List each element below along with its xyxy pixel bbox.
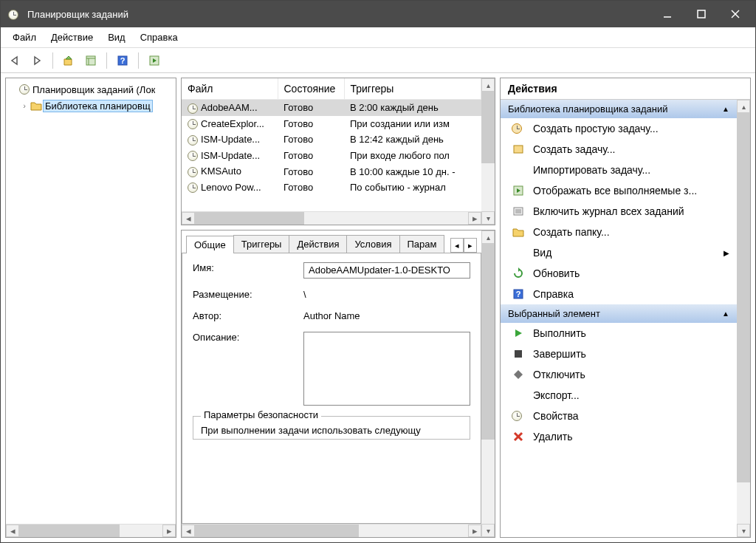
action-end[interactable]: Завершить	[501, 344, 737, 364]
table-row[interactable]: AdobeAAM...ГотовоВ 2:00 каждый день	[182, 100, 481, 116]
menu-help[interactable]: Справка	[133, 30, 185, 44]
menu-view[interactable]: Вид	[100, 30, 133, 44]
tab-actions[interactable]: Действия	[289, 235, 347, 253]
action-refresh[interactable]: Обновить	[501, 263, 737, 284]
tab-nav: ◂ ▸	[450, 238, 477, 253]
scroll-up-icon[interactable]: ▴	[737, 100, 750, 113]
action-disable[interactable]: Отключить	[501, 364, 737, 385]
properties-button[interactable]	[81, 51, 100, 70]
svg-rect-10	[514, 146, 523, 153]
clock-icon	[188, 167, 198, 177]
description-field[interactable]	[303, 332, 470, 406]
scroll-down-icon[interactable]: ▾	[737, 524, 750, 537]
name-label: Имя:	[193, 262, 303, 273]
actions-scrollbar[interactable]: ▴ ▾	[737, 100, 750, 537]
tab-scroll-right[interactable]: ▸	[464, 238, 477, 253]
action-help[interactable]: ? Справка	[501, 284, 737, 304]
maximize-button[interactable]	[684, 1, 718, 27]
scroll-right-icon[interactable]: ▸	[468, 212, 481, 225]
action-label: Импортировать задачу...	[533, 164, 650, 176]
details-horizontal-scrollbar[interactable]: ◂ ▸	[182, 524, 495, 537]
table-row[interactable]: KMSAutoГотовоВ 10:00 каждые 10 дн. -	[182, 163, 481, 180]
tab-conditions[interactable]: Условия	[346, 235, 399, 253]
scroll-right-icon[interactable]: ▸	[162, 525, 176, 537]
task-table[interactable]: Файл Состояние Триггеры AdobeAAM...Готов…	[182, 78, 481, 195]
separator	[52, 52, 53, 69]
action-delete[interactable]: Удалить	[501, 426, 737, 447]
action-label: Экспорт...	[533, 389, 580, 401]
tree-root[interactable]: Планировщик заданий (Лок	[7, 81, 174, 98]
up-button[interactable]	[59, 51, 78, 70]
cell-file: Lenovo Pow...	[182, 180, 278, 196]
tree-library[interactable]: › Библиотека планировщ	[7, 98, 174, 114]
task-details-panel: Общие Триггеры Действия Условия Парам ◂ …	[181, 230, 495, 538]
cell-file: ISM-Update...	[182, 148, 278, 164]
cell-trigger: При входе любого пол	[344, 148, 481, 164]
tree-horizontal-scrollbar[interactable]: ◂ ▸	[6, 524, 176, 537]
running-tasks-icon	[511, 185, 526, 197]
action-view[interactable]: Вид	[501, 242, 737, 263]
scroll-left-icon[interactable]: ◂	[6, 525, 19, 537]
scroll-down-icon[interactable]: ▾	[481, 211, 495, 225]
back-button[interactable]	[5, 51, 24, 70]
cell-state: Готово	[278, 180, 344, 196]
tab-params[interactable]: Парам	[399, 235, 445, 253]
action-enable-history[interactable]: Включить журнал всех заданий	[501, 201, 737, 222]
action-export[interactable]: Экспорт...	[501, 385, 737, 406]
disable-icon	[511, 369, 526, 380]
cell-file: KMSAuto	[182, 163, 278, 180]
task-list-scrollbar[interactable]: ▴ ▾	[481, 78, 495, 225]
minimize-button[interactable]	[650, 1, 684, 27]
action-create-task[interactable]: Создать задачу...	[501, 139, 737, 160]
actions-group-library[interactable]: Библиотека планировщика заданий ▲	[501, 100, 737, 118]
action-label: Выполнить	[533, 327, 586, 339]
action-label: Обновить	[533, 267, 580, 279]
play-icon	[511, 328, 526, 338]
cell-state: Готово	[278, 116, 344, 132]
clock-icon	[188, 182, 198, 193]
scroll-left-icon[interactable]: ◂	[182, 525, 195, 537]
run-toolbar-button[interactable]	[145, 51, 164, 70]
action-label: Справка	[533, 288, 574, 300]
cell-file: ISM-Update...	[182, 132, 278, 148]
action-new-folder[interactable]: Создать папку...	[501, 222, 737, 242]
table-row[interactable]: ISM-Update...ГотовоПри входе любого пол	[182, 148, 481, 164]
menu-file[interactable]: Файл	[5, 30, 44, 44]
task-list-horizontal-scrollbar[interactable]: ◂ ▸	[182, 211, 495, 225]
col-file[interactable]: Файл	[182, 78, 278, 100]
tab-triggers[interactable]: Триггеры	[233, 235, 290, 253]
cell-trigger: В 12:42 каждый день	[344, 132, 481, 148]
scroll-up-icon[interactable]: ▴	[481, 78, 495, 92]
action-properties[interactable]: Свойства	[501, 406, 737, 426]
col-state[interactable]: Состояние	[278, 78, 344, 100]
action-show-running[interactable]: Отображать все выполняемые з...	[501, 180, 737, 201]
tab-scroll-left[interactable]: ◂	[450, 238, 464, 253]
tab-general[interactable]: Общие	[186, 236, 234, 253]
cell-trigger: В 10:00 каждые 10 дн. -	[344, 163, 481, 180]
action-create-simple-task[interactable]: Создать простую задачу...	[501, 118, 737, 139]
scroll-down-icon[interactable]: ▾	[481, 524, 495, 537]
close-button[interactable]	[718, 1, 752, 27]
navigation-tree[interactable]: Планировщик заданий (Лок › Библиотека пл…	[6, 78, 176, 524]
stop-icon	[511, 349, 526, 358]
forward-button[interactable]	[27, 51, 47, 70]
action-run[interactable]: Выполнить	[501, 323, 737, 344]
name-field[interactable]: AdobeAAMUpdater-1.0-DESKTO	[303, 262, 470, 279]
scroll-up-icon[interactable]: ▴	[481, 230, 495, 244]
actions-group-selected[interactable]: Выбранный элемент ▲	[501, 304, 737, 323]
table-row[interactable]: CreateExplor...ГотовоПри создании или из…	[182, 116, 481, 132]
task-list-panel: Файл Состояние Триггеры AdobeAAM...Готов…	[181, 78, 495, 225]
help-button[interactable]: ?	[113, 51, 132, 70]
action-label: Создать папку...	[533, 226, 610, 238]
svg-text:?: ?	[120, 56, 126, 65]
col-triggers[interactable]: Триггеры	[344, 78, 481, 100]
scroll-right-icon[interactable]: ▸	[468, 525, 481, 537]
action-import-task[interactable]: Импортировать задачу...	[501, 160, 737, 180]
details-vertical-scrollbar[interactable]: ▴ ▾	[481, 230, 495, 537]
table-row[interactable]: Lenovo Pow...ГотовоПо событию - журнал	[182, 180, 481, 196]
svg-text:?: ?	[516, 290, 521, 298]
menu-action[interactable]: Действие	[44, 30, 100, 44]
table-row[interactable]: ISM-Update...ГотовоВ 12:42 каждый день	[182, 132, 481, 148]
expand-icon[interactable]: ›	[19, 101, 30, 110]
scroll-left-icon[interactable]: ◂	[182, 212, 195, 225]
